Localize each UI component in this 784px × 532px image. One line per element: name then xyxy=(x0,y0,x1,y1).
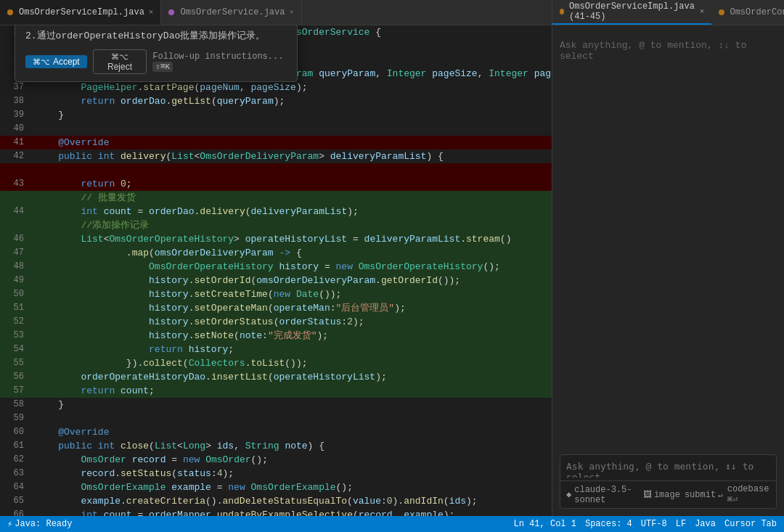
status-line-col[interactable]: Ln 41, Col 1 xyxy=(514,519,576,529)
image-button[interactable]: 🖼 image xyxy=(643,489,680,500)
line-content-63: record.setStatus(status:4); xyxy=(33,467,552,480)
code-line-42: 42 public int delivery(List<OmsOrderDeli… xyxy=(0,150,552,163)
code-line-41: 41 @Override × 帮我实现delivery方法: 1.通过order… xyxy=(0,136,552,150)
accept-button[interactable]: ⌘⌥ Accept xyxy=(25,55,87,68)
line-content-37: PageHelper.startPage(pageNum, pageSize); xyxy=(33,81,552,94)
line-content-38: return orderDao.getList(queryParam); xyxy=(33,94,552,108)
code-line-57: 57 return count; xyxy=(0,384,552,398)
right-tab-close-impl[interactable]: × xyxy=(700,7,705,16)
code-line-66: 66 int count = orderMapper.updateByExamp… xyxy=(0,508,552,516)
line-num-54: 54 xyxy=(0,343,33,356)
line-content-58: } xyxy=(33,398,552,412)
code-line-cmt2: //添加操作记录 xyxy=(0,218,552,232)
right-tab-bar: OmsOrderServiceImpl.java (41-45) × OmsOr… xyxy=(552,0,784,25)
status-encoding[interactable]: UTF-8 xyxy=(641,519,667,529)
status-right: Ln 41, Col 1 Spaces: 4 UTF-8 LF Java Cur… xyxy=(514,519,777,529)
line-num-cmt1 xyxy=(0,191,33,205)
line-content-46: List<OmsOrderOperateHistory> operateHist… xyxy=(33,232,552,246)
follow-up-link[interactable]: Follow-up instructions... ⇧⌘K xyxy=(152,52,287,72)
code-line-44: 44 int count = orderDao.delivery(deliver… xyxy=(0,205,552,218)
code-line-active-empty: ⌘N xyxy=(0,163,552,177)
line-content-51: history.setOperateMan(operateMan:"后台管理员"… xyxy=(33,301,552,315)
status-cursor-tab[interactable]: Cursor Tab xyxy=(724,519,777,529)
java-file-icon xyxy=(7,9,13,15)
follow-up-shortcut: ⇧⌘K xyxy=(152,62,173,72)
tab-close-service[interactable]: × xyxy=(289,8,294,17)
reject-label: Reject xyxy=(107,62,132,72)
line-content-44: int count = orderDao.delivery(deliveryPa… xyxy=(33,205,552,218)
line-content-66: int count = orderMapper.updateByExampleS… xyxy=(33,508,552,516)
code-line-48: 48 OmsOrderOperateHistory history = new … xyxy=(0,260,552,274)
line-num-66: 66 xyxy=(0,508,33,516)
line-num-58: 58 xyxy=(0,398,33,412)
right-tab-impl[interactable]: OmsOrderServiceImpl.java (41-45) × xyxy=(552,0,711,25)
code-line-37: 37 PageHelper.startPage(pageNum, pageSiz… xyxy=(0,81,552,94)
reject-button[interactable]: ⌘⌥ Reject xyxy=(93,49,147,74)
chat-input[interactable] xyxy=(560,455,776,478)
line-content-60: @Override xyxy=(33,425,552,439)
line-num-48: 48 xyxy=(0,260,33,274)
line-content-55: }).collect(Collectors.toList()); xyxy=(33,356,552,370)
code-line-65: 65 example.createCriteria().andDeleteSta… xyxy=(0,494,552,508)
line-content-64: OmsOrderExample example = new OmsOrderEx… xyxy=(33,480,552,494)
line-content-39: } xyxy=(33,108,552,122)
line-num-56: 56 xyxy=(0,370,33,384)
line-num-44: 44 xyxy=(0,205,33,218)
code-line-50: 50 history.setCreateTime(new Date()); xyxy=(0,287,552,301)
line-num-cmt2 xyxy=(0,218,33,232)
codebase-label: codebase ⌘⏎ xyxy=(727,484,769,505)
line-num-38: 38 xyxy=(0,94,33,108)
status-bar: ⚡ Java: Ready Ln 41, Col 1 Spaces: 4 UTF… xyxy=(0,516,784,532)
code-line-63: 63 record.setStatus(status:4); xyxy=(0,467,552,480)
line-num-43: 43 xyxy=(0,177,33,191)
line-num-41: 41 xyxy=(0,136,33,150)
line-content-57: return count; xyxy=(33,384,552,398)
tab-omsorderserviceimpl[interactable]: OmsOrderServiceImpl.java × xyxy=(0,0,161,25)
line-num-63: 63 xyxy=(0,467,33,480)
right-panel-body: Ask anything, @ to mention, ↕↓ to select… xyxy=(552,25,784,516)
image-label: image xyxy=(654,490,680,500)
status-spaces[interactable]: Spaces: 4 xyxy=(585,519,632,529)
code-line-64: 64 OmsOrderExample example = new OmsOrde… xyxy=(0,480,552,494)
line-num-53: 53 xyxy=(0,329,33,343)
code-line-47: 47 .map(omsOrderDeliveryParam -> { xyxy=(0,246,552,260)
code-line-61: 61 public int close(List<Long> ids, Stri… xyxy=(0,439,552,453)
chat-placeholder-hint: Ask anything, @ to mention, ↕↓ to select xyxy=(560,33,777,69)
line-num-47: 47 xyxy=(0,246,33,260)
tab-label-service: OmsOrderService.java xyxy=(180,7,285,17)
status-line-ending[interactable]: LF xyxy=(676,519,686,529)
tab-close-impl[interactable]: × xyxy=(149,8,154,17)
line-content-65: example.createCriteria().andDeleteStatus… xyxy=(33,494,552,508)
line-num-59: 59 xyxy=(0,412,33,425)
status-git[interactable]: ⚡ Java: Ready xyxy=(7,519,72,530)
main-container: OmsOrderServiceImpl.java × OmsOrderServi… xyxy=(0,0,784,516)
status-language[interactable]: Java xyxy=(695,519,716,529)
line-content-42: public int delivery(List<OmsOrderDeliver… xyxy=(33,150,552,163)
code-editor[interactable]: 25 public class OmsOrderServiceImpl impl… xyxy=(0,25,552,516)
right-tab-label-impl: OmsOrderServiceImpl.java (41-45) xyxy=(569,1,696,22)
code-line-51: 51 history.setOperateMan(operateMan:"后台管… xyxy=(0,301,552,315)
accept-shortcut: ⌘⌥ xyxy=(33,57,50,67)
code-line-40: 40 xyxy=(0,122,552,136)
right-panel: OmsOrderServiceImpl.java (41-45) × OmsOr… xyxy=(552,0,784,516)
line-content-43: return 0; xyxy=(33,177,552,191)
line-content-56: orderOperateHistoryDao.insertList(operat… xyxy=(33,370,552,384)
line-content-62: OmsOrder record = new OmsOrder(); xyxy=(33,453,552,467)
line-num-active-empty xyxy=(0,163,33,177)
code-line-49: 49 history.setOrderId(omsOrderDeliveryPa… xyxy=(0,274,552,287)
model-selector[interactable]: ◆ claude-3.5-sonnet xyxy=(566,485,639,505)
chat-input-area: ◆ claude-3.5-sonnet 🖼 image submit ↵ cod… xyxy=(560,454,777,509)
submit-button[interactable]: submit ↵ xyxy=(685,490,723,500)
line-num-55: 55 xyxy=(0,356,33,370)
interface-file-icon xyxy=(168,9,174,15)
line-num-57: 57 xyxy=(0,384,33,398)
codebase-button[interactable]: codebase ⌘⏎ xyxy=(727,484,770,505)
model-icon: ◆ xyxy=(566,489,571,500)
editor-area: OmsOrderServiceImpl.java × OmsOrderServi… xyxy=(0,0,552,516)
code-line-59: 59 xyxy=(0,412,552,425)
git-icon: ⚡ xyxy=(7,519,12,530)
tab-omsorderservice[interactable]: OmsOrderService.java × xyxy=(161,0,302,25)
line-content-54: return history; xyxy=(33,343,552,356)
right-tab-controller[interactable]: OmsOrderController.java + xyxy=(711,0,784,25)
code-line-39: 39 } xyxy=(0,108,552,122)
